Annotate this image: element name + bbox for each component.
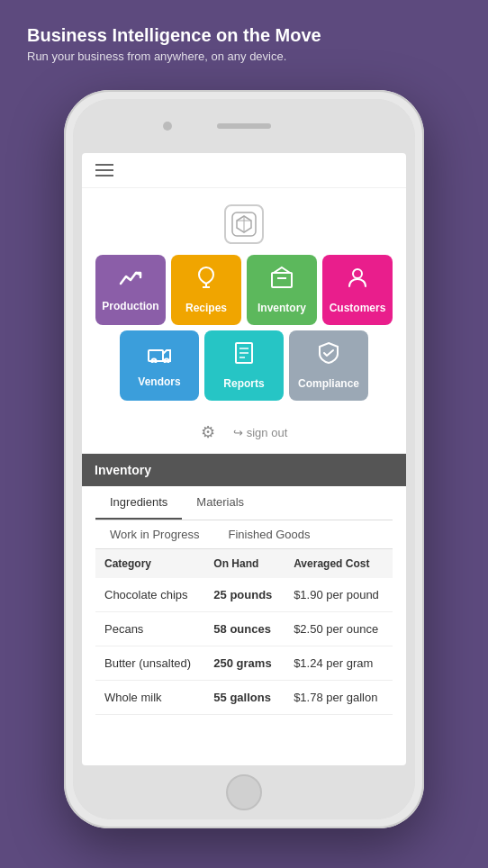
hamburger-line-1 [95,164,113,166]
menu-row-1: Production Recipes Inventory [95,255,393,325]
tabs-row-1: Ingredients Materials [95,486,393,520]
cell-averaged-cost: $2.50 per ounce [285,612,393,646]
svg-marker-7 [274,267,290,273]
app-icon-container [82,188,406,255]
app-subtitle: Run your business from anywhere, on any … [27,50,321,63]
tile-inventory[interactable]: Inventory [247,255,317,325]
svg-point-9 [353,269,362,278]
phone-frame: Production Recipes Inventory [64,90,424,828]
compliance-label: Compliance [298,377,359,390]
table-row: Butter (unsalted)250 grams$1.24 per gram [95,646,393,681]
cell-category: Pecans [95,612,204,646]
sign-out-icon: ↪ [233,426,243,439]
cell-on-hand: 25 pounds [204,578,285,612]
reports-label: Reports [223,377,264,390]
recipes-icon [196,266,216,294]
app-title: Business Intelligence on the Move [27,25,321,46]
customers-icon [346,266,369,294]
sign-out-label: sign out [247,426,288,439]
phone-inner: Production Recipes Inventory [73,99,415,819]
col-on-hand: On Hand [204,549,285,578]
table-header: Category On Hand Averaged Cost [95,549,393,578]
tile-recipes[interactable]: Recipes [171,255,241,325]
hamburger-line-3 [95,175,113,176]
nav-bar [82,153,406,188]
cell-averaged-cost: $1.24 per gram [285,646,393,681]
vendors-label: Vendors [138,375,180,388]
inventory-table: Category On Hand Averaged Cost Chocolate… [95,549,393,715]
phone-bottom-bar [73,765,415,819]
cell-category: Butter (unsalted) [95,646,204,681]
reports-icon [234,341,254,370]
vendors-icon [147,343,172,368]
cell-averaged-cost: $1.78 per gallon [285,681,393,715]
settings-icon[interactable]: ⚙ [201,422,215,442]
hamburger-line-2 [95,169,113,171]
recipes-label: Recipes [185,302,227,314]
production-label: Production [102,300,158,312]
app-icon [224,204,264,244]
menu-row-2: Vendors Reports Compliance [95,330,393,401]
cell-on-hand: 55 gallons [204,681,285,715]
production-icon [119,267,142,293]
tile-customers[interactable]: Customers [322,255,393,325]
col-averaged-cost: Averaged Cost [285,549,393,578]
tab-finished-goods[interactable]: Finished Goods [213,520,324,548]
svg-rect-6 [272,273,292,287]
cell-category: Whole milk [95,681,204,715]
cell-averaged-cost: $1.90 per pound [285,578,393,612]
inventory-panel-title: Inventory [82,454,406,486]
phone-speaker [217,123,271,129]
tile-compliance[interactable]: Compliance [289,330,368,401]
phone-camera [163,122,172,131]
phone-home-button[interactable] [226,774,262,810]
tile-vendors[interactable]: Vendors [120,330,199,401]
inventory-panel: Inventory Ingredients Materials Work in … [82,454,406,728]
table-row: Chocolate chips25 pounds$1.90 per pound [95,578,393,612]
tab-work-in-progress[interactable]: Work in Progress [95,520,213,548]
table-row: Pecans58 ounces$2.50 per ounce [95,612,393,646]
phone-top-bar [73,99,415,153]
cell-on-hand: 250 grams [204,646,285,681]
menu-grid: Production Recipes Inventory [82,255,406,410]
tile-production[interactable]: Production [95,255,166,325]
tab-materials[interactable]: Materials [182,486,258,520]
compliance-icon [318,341,339,370]
tabs-container: Ingredients Materials [95,486,393,520]
tile-reports[interactable]: Reports [204,330,284,401]
bottom-actions: ⚙ ↪ sign out [82,410,406,454]
table-body: Chocolate chips25 pounds$1.90 per poundP… [95,578,393,715]
tab-ingredients[interactable]: Ingredients [95,486,182,520]
table-row: Whole milk55 gallons$1.78 per gallon [95,681,393,715]
hamburger-menu[interactable] [95,164,393,176]
tabs-row-2: Work in Progress Finished Goods [95,520,393,549]
sign-out-button[interactable]: ↪ sign out [233,426,288,439]
inventory-icon [270,266,294,294]
cell-category: Chocolate chips [95,578,204,612]
inventory-label: Inventory [258,302,306,314]
phone-screen: Production Recipes Inventory [82,153,406,765]
app-header: Business Intelligence on the Move Run yo… [27,25,321,63]
customers-label: Customers [330,302,386,314]
col-category: Category [95,549,204,578]
cell-on-hand: 58 ounces [204,612,285,646]
